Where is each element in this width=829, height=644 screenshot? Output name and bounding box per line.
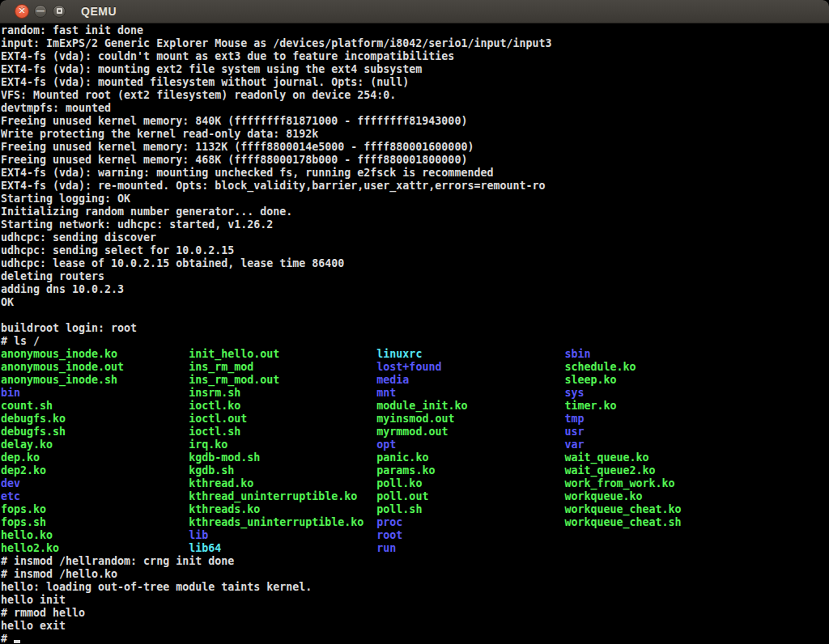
terminal-line <box>1 309 829 322</box>
terminal-text: udhcpc: lease of 10.0.2.15 obtained, lea… <box>1 257 344 269</box>
terminal-text: random: fast init done <box>1 24 143 36</box>
file-name: ioctl.sh <box>189 426 376 438</box>
file-name: params.ko <box>376 464 564 477</box>
file-name: schedule.ko <box>565 361 636 373</box>
terminal-line: # rmmod hello <box>1 607 829 620</box>
terminal-line: deleting routers <box>1 270 829 283</box>
terminal-text: buildroot login: root <box>1 322 137 334</box>
file-name: lost+found <box>376 361 564 373</box>
file-name: usr <box>565 426 585 438</box>
terminal-line: EXT4-fs (vda): warning: mounting uncheck… <box>1 167 829 180</box>
file-name: sleep.ko <box>565 374 617 386</box>
terminal-text: hello: loading out-of-tree module taints… <box>1 581 312 593</box>
terminal-text: deleting routers <box>1 270 104 282</box>
file-name: etc <box>1 490 189 502</box>
terminal-line: dep.ko kgdb-mod.sh panic.ko wait_queue.k… <box>1 451 829 464</box>
terminal-text: # <box>1 633 14 644</box>
terminal-text: # ls / <box>1 335 40 347</box>
file-name: count.sh <box>1 400 189 412</box>
maximize-button[interactable] <box>53 5 66 18</box>
file-name: kthread.ko <box>189 477 376 489</box>
terminal-line: hello2.ko lib64 run <box>1 542 829 555</box>
close-button[interactable]: ✕ <box>15 4 29 19</box>
terminal-line: buildroot login: root <box>1 322 829 335</box>
terminal-line: OK <box>1 296 829 309</box>
file-name: wait_queue2.ko <box>565 464 656 477</box>
file-name: delay.ko <box>1 439 189 451</box>
terminal-text: EXT4-fs (vda): couldn't mount as ext3 du… <box>1 50 454 62</box>
file-name: sys <box>565 387 585 399</box>
file-name: dev <box>1 477 189 489</box>
file-name: tmp <box>565 413 585 425</box>
file-name: myrmmod.out <box>376 426 564 438</box>
file-name: kgdb.sh <box>189 464 376 477</box>
file-name: workqueue.ko <box>565 490 643 502</box>
file-name: hello2.ko <box>1 542 189 554</box>
terminal-text: # rmmod hello <box>1 607 85 619</box>
terminal-line: fops.ko kthreads.ko poll.sh workqueue_ch… <box>1 503 829 516</box>
file-name: ins_rm_mod <box>189 361 376 373</box>
terminal-line: EXT4-fs (vda): re-mounted. Opts: block_v… <box>1 180 829 193</box>
terminal-text: Initializing random number generator... … <box>1 205 292 218</box>
file-name: dep.ko <box>1 451 189 464</box>
terminal-text: EXT4-fs (vda): mounting ext2 file system… <box>1 63 422 75</box>
terminal-text: devtmpfs: mounted <box>1 102 111 114</box>
file-name: var <box>565 439 585 451</box>
minimize-icon: — <box>36 6 45 16</box>
file-name: panic.ko <box>376 451 564 464</box>
file-name: anonymous_inode.ko <box>1 348 189 360</box>
titlebar[interactable]: ✕ — QEMU <box>0 0 829 23</box>
file-name: ioctl.ko <box>189 400 376 412</box>
file-name: root <box>376 529 402 541</box>
terminal-line: dep2.ko kgdb.sh params.ko wait_queue2.ko <box>1 464 829 477</box>
file-name: init_hello.out <box>189 348 376 360</box>
terminal-line: Starting network: udhcpc: started, v1.26… <box>1 218 829 231</box>
terminal-line: hello init <box>1 594 829 607</box>
terminal-line: udhcpc: lease of 10.0.2.15 obtained, lea… <box>1 257 829 270</box>
file-name: myinsmod.out <box>376 413 564 425</box>
terminal-line: random: fast init done <box>1 24 829 37</box>
terminal-text: udhcpc: sending select for 10.0.2.15 <box>1 244 234 256</box>
file-name: debugfs.ko <box>1 413 189 425</box>
close-icon: ✕ <box>18 6 25 16</box>
terminal-line: Freeing unused kernel memory: 1132K (fff… <box>1 141 829 154</box>
terminal-text: Freeing unused kernel memory: 468K (ffff… <box>1 154 467 166</box>
terminal-line: # insmod /hellrandom: crng init done <box>1 555 829 568</box>
terminal-text: Freeing unused kernel memory: 1132K (fff… <box>1 141 474 153</box>
terminal-line: udhcpc: sending select for 10.0.2.15 <box>1 244 829 257</box>
terminal-text: EXT4-fs (vda): mounted filesystem withou… <box>1 76 409 88</box>
terminal-text: input: ImExPS/2 Generic Explorer Mouse a… <box>1 37 551 49</box>
terminal-line: hello: loading out-of-tree module taints… <box>1 581 829 594</box>
terminal-line: EXT4-fs (vda): mounting ext2 file system… <box>1 63 829 76</box>
terminal-text: hello exit <box>1 620 66 632</box>
terminal-screen[interactable]: random: fast init doneinput: ImExPS/2 Ge… <box>0 23 829 644</box>
file-name: anonymous_inode.out <box>1 361 189 373</box>
minimize-button[interactable]: — <box>34 5 47 18</box>
terminal-line: debugfs.ko ioctl.out myinsmod.out tmp <box>1 413 829 426</box>
terminal-line: bin insrm.sh mnt sys <box>1 387 829 400</box>
terminal-text: hello init <box>1 594 66 606</box>
terminal-text: EXT4-fs (vda): re-mounted. Opts: block_v… <box>1 180 545 192</box>
window-title: QEMU <box>81 0 117 23</box>
file-name: hello.ko <box>1 529 189 541</box>
terminal-text: Starting network: udhcpc: started, v1.26… <box>1 218 273 231</box>
terminal-text: OK <box>1 296 14 308</box>
file-name: bin <box>1 387 189 399</box>
file-name: ins_rm_mod.out <box>189 374 376 386</box>
terminal-text: # insmod /hellrandom: crng init done <box>1 555 234 567</box>
terminal-line: dev kthread.ko poll.ko work_from_work.ko <box>1 477 829 490</box>
terminal-line: count.sh ioctl.ko module_init.ko timer.k… <box>1 400 829 413</box>
terminal-text: Freeing unused kernel memory: 840K (ffff… <box>1 115 467 127</box>
file-name: poll.sh <box>376 503 564 515</box>
file-name: wait_queue.ko <box>565 451 649 464</box>
file-name: work_from_work.ko <box>565 477 675 489</box>
terminal-line: devtmpfs: mounted <box>1 102 829 115</box>
terminal-line: EXT4-fs (vda): mounted filesystem withou… <box>1 76 829 89</box>
terminal-text: adding dns 10.0.2.3 <box>1 283 124 295</box>
terminal-line: Freeing unused kernel memory: 840K (ffff… <box>1 115 829 128</box>
file-name: linuxrc <box>376 348 564 360</box>
file-name: timer.ko <box>565 400 617 412</box>
terminal-line: delay.ko irq.ko opt var <box>1 439 829 451</box>
terminal-line: Write protecting the kernel read-only da… <box>1 128 829 141</box>
file-name: media <box>376 374 564 386</box>
